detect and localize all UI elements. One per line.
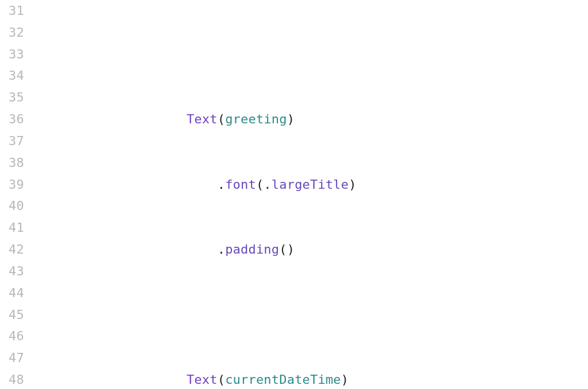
line-number: 31 [0,0,24,22]
code-line: .font(.largeTitle) [32,174,588,196]
line-number: 35 [0,87,24,108]
method-token: font [225,177,256,192]
code-line: Text(greeting) [32,108,588,130]
type-token: Text [187,112,218,126]
code-line [32,304,588,326]
line-number: 48 [0,369,24,389]
line-number: 42 [0,239,24,260]
line-number: 46 [0,325,24,347]
line-number: 41 [0,217,24,239]
code-area[interactable]: Text(greeting) .font(.largeTitle) .paddi… [32,0,588,389]
method-token: padding [225,242,279,256]
line-number: 38 [0,152,24,174]
code-line: .padding() [32,239,588,260]
identifier-token: greeting [225,112,287,126]
line-number: 33 [0,44,24,65]
line-number: 32 [0,22,24,44]
line-number: 44 [0,282,24,304]
line-number: 43 [0,260,24,282]
code-line: Text(currentDateTime) [32,369,588,389]
line-number: 45 [0,304,24,326]
line-number: 40 [0,195,24,217]
identifier-token: currentDateTime [225,372,341,387]
line-number: 39 [0,174,24,196]
type-token: Text [187,372,218,387]
line-number: 34 [0,65,24,87]
line-number: 37 [0,130,24,152]
line-number-gutter: 313233343536373839404142434445464748 [0,0,32,389]
line-number: 47 [0,347,24,369]
line-number: 36 [0,108,24,130]
code-editor[interactable]: 313233343536373839404142434445464748 Tex… [0,0,588,389]
code-line [32,44,588,65]
